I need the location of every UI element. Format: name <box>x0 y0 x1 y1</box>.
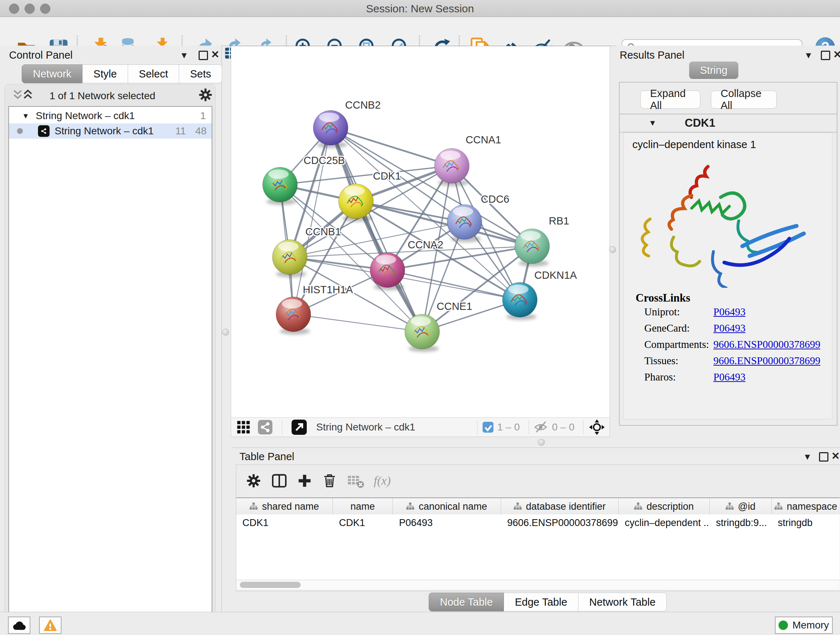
panel-close-icon[interactable]: ✕ <box>211 49 219 60</box>
collapse-all-button[interactable]: Collapse All <box>711 90 777 109</box>
node-CDC25B[interactable] <box>263 167 297 205</box>
panel-close-icon[interactable]: ✕ <box>833 49 840 60</box>
add-column-icon[interactable] <box>297 473 312 488</box>
function-builder-button: f(x) <box>374 474 391 488</box>
node-label-RB1: RB1 <box>549 215 569 226</box>
cloud-status-button[interactable] <box>8 616 30 634</box>
section-title: CDK1 <box>685 117 715 130</box>
network-status-dot <box>17 128 23 134</box>
results-actions-box: Expand All Collapse All <box>619 82 837 114</box>
network-list-box: 1 of 1 Network selected ▼ String Network… <box>4 84 216 635</box>
tab-node-table[interactable]: Node Table <box>429 593 504 611</box>
panel-float-icon[interactable] <box>199 51 208 63</box>
tab-network[interactable]: Network <box>22 65 82 83</box>
tab-edge-table[interactable]: Edge Table <box>504 593 578 611</box>
column-header-database-identifier[interactable]: database identifier <box>501 498 619 515</box>
memory-label: Memory <box>792 619 829 631</box>
tab-string[interactable]: String <box>689 62 738 79</box>
toolbar-divider <box>529 420 529 434</box>
column-header-namespace[interactable]: namespace <box>772 498 840 515</box>
column-header-description[interactable]: description <box>619 498 710 515</box>
node-CDK1[interactable] <box>339 184 373 222</box>
network-row-label: String Network – cdk1 <box>55 125 154 137</box>
crosslink-link[interactable]: P06493 <box>714 371 745 383</box>
memory-button[interactable]: Memory <box>775 616 833 634</box>
edge-CCNA2-CDKN1A[interactable] <box>387 270 520 300</box>
open-in-window-icon[interactable] <box>292 420 307 435</box>
tab-style[interactable]: Style <box>82 65 128 83</box>
results-panel-title: Results Panel <box>620 49 684 61</box>
node-CCNE1[interactable] <box>405 314 439 352</box>
control-panel-title: Control Panel <box>9 49 73 61</box>
node-label-CCNA1: CCNA1 <box>466 134 501 146</box>
left-splitter-knob[interactable] <box>222 329 229 336</box>
column-header-label: namespace <box>787 501 837 512</box>
panel-close-icon[interactable]: ✕ <box>831 451 840 462</box>
node-CDKN1A[interactable] <box>502 282 537 320</box>
table-settings-gear-icon[interactable] <box>246 473 262 489</box>
expand-all-button[interactable]: Expand All <box>640 90 700 109</box>
cell-canonical-name[interactable]: P06493 <box>393 517 501 529</box>
cell--id[interactable]: stringdb:9... <box>710 517 772 529</box>
table-row[interactable]: CDK1CDK1P064939606.ENSP00000378699cyclin… <box>236 515 840 531</box>
main-toolbar: ? <box>0 17 840 46</box>
cell-database-identifier[interactable]: 9606.ENSP00000378699 <box>501 517 619 529</box>
results-panel: Results Panel ▼ ✕ String Expand All Coll… <box>616 46 840 448</box>
column-header-canonical-name[interactable]: canonical name <box>393 498 501 515</box>
tab-network-table[interactable]: Network Table <box>578 593 667 611</box>
cdk1-section-header[interactable]: ▼ CDK1 <box>620 114 837 133</box>
table-horizontal-scrollbar[interactable] <box>236 580 840 590</box>
edge-HIST1H1A-CCNE1[interactable] <box>294 314 422 332</box>
tree-expand-icon[interactable]: ▼ <box>22 112 29 120</box>
column-header-name[interactable]: name <box>333 498 393 515</box>
tab-sets[interactable]: Sets <box>179 65 222 83</box>
table-body: CDK1CDK1P064939606.ENSP00000378699cyclin… <box>236 515 840 580</box>
bottom-splitter-knob[interactable] <box>538 439 545 446</box>
column-header-shared-name[interactable]: shared name <box>236 498 333 515</box>
crosslink-link[interactable]: 9606.ENSP00000378699 <box>714 339 821 350</box>
network-type-icon <box>38 125 50 137</box>
crosslink-label: Compartments: <box>644 339 709 350</box>
right-splitter-knob[interactable] <box>609 246 616 253</box>
network-row-selected[interactable]: String Network – cdk1 11 48 <box>9 124 212 139</box>
network-collection-row[interactable]: ▼ String Network – cdk1 1 <box>9 108 212 124</box>
node-CCNB2[interactable] <box>313 111 348 148</box>
tab-select[interactable]: Select <box>128 65 180 83</box>
crosslink-label: Pharos: <box>644 371 676 383</box>
delete-column-trash-icon[interactable] <box>322 473 338 489</box>
node-CDC6[interactable] <box>447 204 482 242</box>
selected-checkbox-icon[interactable] <box>483 422 493 432</box>
crosslink-link[interactable]: P06493 <box>714 306 745 318</box>
network-overview-icon[interactable] <box>258 420 272 434</box>
show-columns-icon[interactable] <box>271 472 287 489</box>
panel-menu-icon[interactable]: ▼ <box>180 50 188 61</box>
network-canvas[interactable]: CCNB2CCNA1CDC25BCDK1CDC6RB1CCNB1CCNA2CDK… <box>231 46 609 417</box>
cell-name[interactable]: CDK1 <box>333 517 393 529</box>
cell-description[interactable]: cyclin–dependent ... <box>619 517 710 529</box>
table-type-tabs: Node TableEdge TableNetwork Table <box>429 593 667 611</box>
node-RB1[interactable] <box>515 229 549 266</box>
cell-namespace[interactable]: stringdb <box>772 517 840 529</box>
crosslink-link[interactable]: 9606.ENSP00000378699 <box>714 355 821 367</box>
node-CCNA1[interactable] <box>434 149 469 186</box>
node-HIST1H1A[interactable] <box>276 297 311 334</box>
scrollbar-thumb[interactable] <box>240 582 301 588</box>
node-CCNA2[interactable] <box>370 253 405 290</box>
crosslink-row: Uniprot:P06493 <box>644 306 825 322</box>
fit-selection-crosshair-icon[interactable] <box>589 419 605 435</box>
warnings-button[interactable] <box>39 616 62 634</box>
cell-shared-name[interactable]: CDK1 <box>236 517 333 529</box>
column-header--id[interactable]: @id <box>710 498 772 515</box>
node-label-CCNB2: CCNB2 <box>345 99 381 111</box>
network-view-toolbar: String Network – cdk1 1 – 0 0 – 0 <box>231 417 610 437</box>
node-label-HIST1H1A: HIST1H1A <box>303 284 353 295</box>
gear-icon[interactable] <box>198 87 213 103</box>
panel-float-icon[interactable] <box>819 452 829 464</box>
crosslink-link[interactable]: P06493 <box>714 322 745 334</box>
grid-view-icon[interactable] <box>236 420 251 434</box>
section-collapse-icon[interactable]: ▼ <box>649 119 657 128</box>
edge-CCNB2-CCNA1[interactable] <box>331 128 452 166</box>
panel-menu-icon[interactable]: ▼ <box>804 50 813 61</box>
panel-menu-icon[interactable]: ▼ <box>803 451 812 462</box>
panel-float-icon[interactable] <box>821 51 830 63</box>
